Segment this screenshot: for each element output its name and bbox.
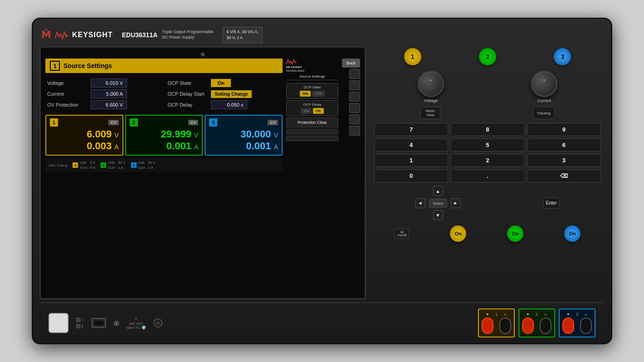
soft-btn-1[interactable]: [349, 69, 360, 79]
ocp-delay-label: OCP Delay: [167, 102, 208, 108]
num-0-button[interactable]: 0: [374, 169, 448, 182]
soft-btn-8[interactable]: [349, 126, 360, 136]
enter-button[interactable]: Enter: [543, 197, 560, 209]
ocp-state-side-title: OCP State: [288, 85, 336, 89]
model-description: Triple Output Programmable DC Power Supp…: [162, 29, 213, 40]
nav-right-arrow[interactable]: ►: [451, 198, 461, 208]
back-button[interactable]: Back: [342, 59, 360, 68]
model-number: EDU36311A: [122, 31, 158, 39]
tracking-button[interactable]: Tracking: [533, 107, 555, 119]
channel-displays: 1 CV 6.009 V 0.003 A: [45, 115, 283, 156]
voltage-knob[interactable]: [418, 71, 444, 97]
ocp-state-value[interactable]: On: [211, 79, 230, 87]
current-knob[interactable]: [531, 71, 557, 97]
soft-buttons-column: Back: [342, 52, 360, 294]
terminal-1-num: 1: [495, 312, 498, 317]
ch1-on-button[interactable]: On: [450, 225, 466, 242]
ch1-header: 1 CV: [50, 118, 119, 127]
num-4-button[interactable]: 4: [374, 138, 448, 152]
screen-section: ⊕ 1 Source Settings Voltage 6.010 V: [39, 46, 366, 299]
instrument: M̈ KEYSIGHT EDU36311A Triple Output Prog…: [32, 18, 612, 344]
ch2-current: 0.001 A: [130, 140, 199, 152]
ocp-cc-button[interactable]: CC: [313, 108, 324, 114]
soft-btn-3[interactable]: [349, 92, 360, 102]
screen-sidebar-panel: KEYSIGHT TECHNOLOGIES Source Settings OC…: [286, 52, 338, 294]
audio-jack-inner: [156, 321, 160, 325]
brand-name-label: KEYSIGHT: [72, 31, 113, 39]
soft-btn-7[interactable]: [349, 114, 360, 124]
soft-btn-5[interactable]: [286, 129, 338, 134]
usb-icon: ⊕: [200, 51, 205, 58]
all-on-off-button[interactable]: All On/Off: [395, 229, 410, 239]
settings-grid: Voltage 6.010 V OCP State On Current 5.0…: [45, 76, 283, 112]
rating-ch2-text: Volt:Curr:: [108, 160, 116, 170]
terminal-2-negative: [540, 318, 551, 334]
ov-protection-label: OV Protection: [47, 102, 88, 108]
screen: ⊕ 1 Source Settings Voltage 6.010 V: [39, 46, 366, 299]
keysight-wave-svg: [55, 30, 68, 39]
right-panel: 1 2 3 Voltage Current: [371, 46, 605, 299]
usb-symbol: ⊕: [113, 319, 119, 328]
nav-down-arrow[interactable]: ▼: [433, 210, 443, 220]
channel-1-display: 1 CV 6.009 V 0.003 A: [45, 115, 123, 156]
ch2-on-button[interactable]: On: [507, 225, 523, 242]
ch3-on-button[interactable]: On: [564, 225, 581, 242]
ch2-badge: 2: [130, 118, 138, 127]
num-5-button[interactable]: 5: [450, 138, 524, 152]
channel-2-button[interactable]: 2: [479, 48, 496, 65]
num-8-button[interactable]: 8: [450, 123, 524, 136]
protection-clear-button[interactable]: Protection Clear: [286, 117, 338, 127]
num-3-button[interactable]: 3: [527, 154, 601, 167]
nav-left-arrow[interactable]: ◄: [415, 198, 425, 208]
channel-1-button[interactable]: 1: [404, 48, 421, 65]
rating-ch1: 1 Volt:Curr: 6 V 5 A: [73, 160, 95, 170]
keysight-wave-icon: M̈: [41, 29, 51, 41]
soft-btn-6[interactable]: [286, 136, 338, 141]
ch1-cv-badge: CV: [108, 120, 119, 125]
num-6-button[interactable]: 6: [527, 138, 601, 152]
terminal-2-minus-label: –: [544, 312, 546, 317]
source-settings-nav-label: Source Settings: [286, 74, 338, 80]
num-1-button[interactable]: 1: [374, 154, 448, 167]
current-row: Current 5.000 A: [47, 89, 160, 98]
audio-jack: [153, 318, 162, 328]
decimal-button[interactable]: .: [450, 169, 524, 182]
channel-3-button[interactable]: 3: [554, 48, 571, 65]
rating-ch3: 3 Volt:Curr: 30 V 1 A: [131, 160, 156, 170]
soft-btn-2[interactable]: [349, 80, 360, 90]
ocp-delay-value: 0.050 s: [211, 100, 247, 109]
soft-btn-4[interactable]: [349, 103, 360, 113]
ocp-on-button[interactable]: ON: [300, 91, 311, 97]
ch2-voltage: 29.999 V: [130, 128, 199, 140]
meter-view-button[interactable]: MeterView: [420, 107, 440, 119]
function-buttons-row: MeterView Tracking: [371, 107, 605, 119]
ch3-current: 0.001 A: [209, 140, 278, 152]
ocp-set-button[interactable]: Set: [301, 108, 312, 114]
num-7-button[interactable]: 7: [374, 123, 448, 136]
channel-2-display: 2 CV 29.999 V 0.001 A: [125, 115, 203, 156]
select-button[interactable]: Select: [429, 199, 447, 207]
screen-main: 1 Source Settings Voltage 6.010 V OCP St…: [45, 52, 283, 294]
ocp-state-label: OCP State: [167, 80, 208, 86]
rating-ch1-num: 1: [73, 162, 78, 168]
nav-up-arrow[interactable]: ▲: [433, 186, 443, 196]
brand-logo: M̈ KEYSIGHT: [41, 29, 113, 41]
backspace-button[interactable]: ⌫: [527, 169, 601, 182]
voltage-knob-label: Voltage: [424, 98, 438, 103]
ch2-voltage-unit: V: [194, 132, 198, 139]
num-9-button[interactable]: 9: [527, 123, 601, 136]
rating-ch2: 2 Volt:Curr: 30 V 1 A: [101, 160, 125, 170]
terminal-2-num: 2: [536, 312, 538, 317]
rating-ch1-text: Volt:Curr:: [80, 160, 88, 170]
ocp-off-button[interactable]: OFF: [312, 91, 325, 97]
ch2-cv-badge: CV: [188, 120, 199, 125]
num-2-button[interactable]: 2: [450, 154, 524, 167]
ocp-set-cc-toggle: Set CC: [288, 108, 336, 114]
ch1-current-unit: A: [114, 143, 118, 151]
voltage-label: Voltage: [47, 80, 88, 86]
ch3-current-unit: A: [274, 143, 278, 151]
ch2-current-unit: A: [194, 143, 198, 151]
ocp-delay-start-value[interactable]: Setting Change: [211, 90, 251, 98]
power-button[interactable]: [49, 313, 68, 333]
ocp-state-side: OCP State ON OFF: [286, 83, 338, 99]
